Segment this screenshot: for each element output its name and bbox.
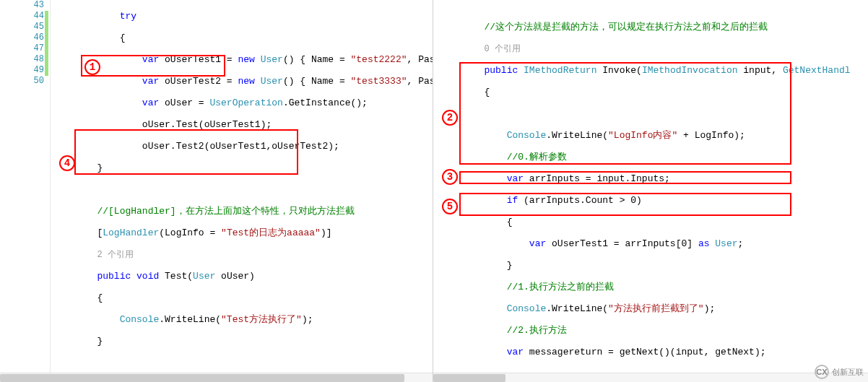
code-line xyxy=(52,184,433,195)
code-line: Console.WriteLine("LogInfo内容" + LogInfo)… xyxy=(439,130,868,141)
line-number: 44 xyxy=(0,11,50,22)
code-line xyxy=(52,357,433,368)
right-editor-pane[interactable]: //这个方法就是拦截的方法，可以规定在执行方法之前和之后的拦截 0 个引用 pu… xyxy=(433,0,868,382)
left-editor-pane[interactable]: 43 44 45 46 47 48 49 50 try { var oUserT… xyxy=(0,0,433,382)
left-code-area[interactable]: try { var oUserTest1 = new User() { Name… xyxy=(52,0,433,382)
editor-workspace: 43 44 45 46 47 48 49 50 try { var oUserT… xyxy=(0,0,868,382)
line-number: 50 xyxy=(0,76,50,87)
code-line: public IMethodReturn Invoke(IMethodInvoc… xyxy=(439,65,868,76)
code-line: var oUserTest2 = new User() { Name = "te… xyxy=(52,76,433,87)
scrollbar-thumb[interactable] xyxy=(0,374,404,382)
code-line: //[LogHandler]，在方法上面加这个特性，只对此方法拦截 xyxy=(52,206,433,217)
line-number: 46 xyxy=(0,32,50,43)
logo-text: 创新互联 xyxy=(832,367,864,378)
line-number-gutter: 43 44 45 46 47 48 49 50 xyxy=(0,0,51,382)
code-line: if (arrInputs.Count > 0) xyxy=(439,195,868,206)
code-line xyxy=(439,108,868,119)
code-line: { xyxy=(439,87,868,97)
code-line: try xyxy=(52,11,433,22)
code-line: var oUserTest1 = arrInputs[0] as User; xyxy=(439,238,868,249)
code-line: oUser.Test2(oUserTest1,oUserTest2); xyxy=(52,141,433,152)
code-line: [LogHandler(LogInfo = "Test的日志为aaaaa")] xyxy=(52,227,433,238)
code-line: oUser.Test(oUserTest1); xyxy=(52,119,433,130)
code-line: var messagereturn = getNext()(input, get… xyxy=(439,347,868,357)
code-line: //这个方法就是拦截的方法，可以规定在执行方法之前和之后的拦截 xyxy=(439,22,868,32)
right-code-area[interactable]: //这个方法就是拦截的方法，可以规定在执行方法之前和之后的拦截 0 个引用 pu… xyxy=(439,11,868,382)
code-line: { xyxy=(52,292,433,303)
scrollbar-horizontal[interactable] xyxy=(433,373,868,382)
code-line: { xyxy=(52,32,433,43)
code-line: public void Test(User oUser) xyxy=(52,271,433,282)
code-line: //0.解析参数 xyxy=(439,152,868,162)
logo-icon: CX xyxy=(815,365,829,379)
line-number: 45 xyxy=(0,22,50,32)
code-line: } xyxy=(52,336,433,347)
code-line: var oUserTest1 = new User() { Name = "te… xyxy=(52,54,433,65)
watermark-logo: CX 创新互联 xyxy=(815,365,864,379)
code-line: var oUser = UserOperation.GetInstance(); xyxy=(52,97,433,108)
line-number: 49 xyxy=(0,65,50,76)
code-line: Console.WriteLine("Test方法执行了"); xyxy=(52,314,433,325)
change-bar xyxy=(45,11,48,76)
code-line: //2.执行方法 xyxy=(439,325,868,336)
codelens-refs: 2 个引用 xyxy=(52,249,433,260)
scrollbar-thumb[interactable] xyxy=(433,374,505,382)
code-line: { xyxy=(439,217,868,227)
code-line: //1.执行方法之前的拦截 xyxy=(439,282,868,292)
codelens-refs: 0 个引用 xyxy=(439,43,868,54)
line-number: 47 xyxy=(0,43,50,54)
code-line: var arrInputs = input.Inputs; xyxy=(439,173,868,184)
code-line: } xyxy=(52,162,433,173)
code-line: Console.WriteLine("方法执行前拦截到了"); xyxy=(439,303,868,314)
line-number: 43 xyxy=(0,0,50,11)
code-line: } xyxy=(439,260,868,271)
line-number: 48 xyxy=(0,54,50,65)
scrollbar-horizontal[interactable] xyxy=(0,373,433,382)
